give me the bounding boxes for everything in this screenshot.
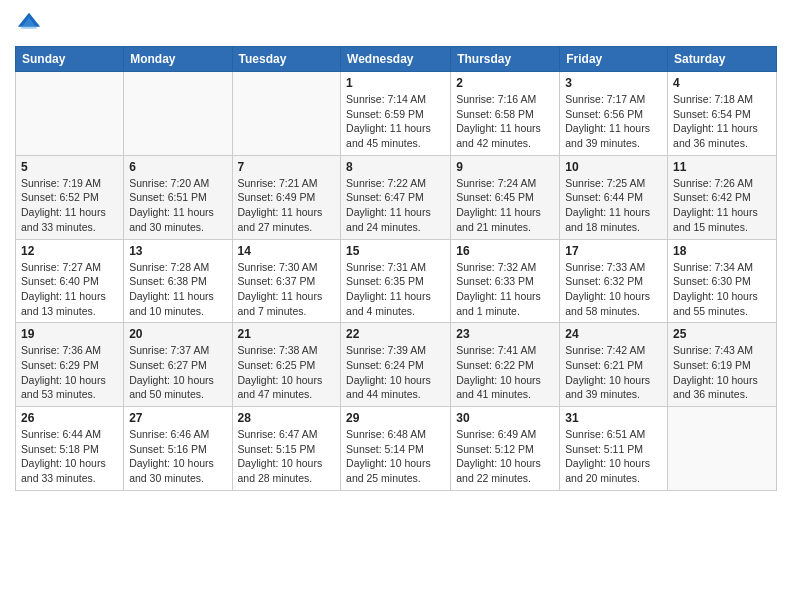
day-number: 22	[346, 327, 445, 341]
calendar-header-friday: Friday	[560, 47, 668, 72]
calendar-cell: 8Sunrise: 7:22 AMSunset: 6:47 PMDaylight…	[341, 155, 451, 239]
day-number: 14	[238, 244, 336, 258]
day-info: Sunrise: 6:47 AMSunset: 5:15 PMDaylight:…	[238, 427, 336, 486]
day-info: Sunrise: 7:42 AMSunset: 6:21 PMDaylight:…	[565, 343, 662, 402]
day-number: 2	[456, 76, 554, 90]
calendar-cell: 13Sunrise: 7:28 AMSunset: 6:38 PMDayligh…	[124, 239, 232, 323]
calendar-cell: 18Sunrise: 7:34 AMSunset: 6:30 PMDayligh…	[668, 239, 777, 323]
day-number: 27	[129, 411, 226, 425]
calendar-cell: 19Sunrise: 7:36 AMSunset: 6:29 PMDayligh…	[16, 323, 124, 407]
day-number: 13	[129, 244, 226, 258]
day-info: Sunrise: 7:20 AMSunset: 6:51 PMDaylight:…	[129, 176, 226, 235]
day-number: 19	[21, 327, 118, 341]
day-info: Sunrise: 7:37 AMSunset: 6:27 PMDaylight:…	[129, 343, 226, 402]
calendar-cell: 21Sunrise: 7:38 AMSunset: 6:25 PMDayligh…	[232, 323, 341, 407]
calendar-cell: 24Sunrise: 7:42 AMSunset: 6:21 PMDayligh…	[560, 323, 668, 407]
day-info: Sunrise: 7:22 AMSunset: 6:47 PMDaylight:…	[346, 176, 445, 235]
calendar-cell: 30Sunrise: 6:49 AMSunset: 5:12 PMDayligh…	[451, 407, 560, 491]
calendar-cell: 26Sunrise: 6:44 AMSunset: 5:18 PMDayligh…	[16, 407, 124, 491]
day-number: 28	[238, 411, 336, 425]
calendar-week-3: 12Sunrise: 7:27 AMSunset: 6:40 PMDayligh…	[16, 239, 777, 323]
day-info: Sunrise: 6:46 AMSunset: 5:16 PMDaylight:…	[129, 427, 226, 486]
day-info: Sunrise: 7:19 AMSunset: 6:52 PMDaylight:…	[21, 176, 118, 235]
calendar-cell: 20Sunrise: 7:37 AMSunset: 6:27 PMDayligh…	[124, 323, 232, 407]
day-number: 30	[456, 411, 554, 425]
day-number: 29	[346, 411, 445, 425]
calendar-cell: 17Sunrise: 7:33 AMSunset: 6:32 PMDayligh…	[560, 239, 668, 323]
calendar-week-5: 26Sunrise: 6:44 AMSunset: 5:18 PMDayligh…	[16, 407, 777, 491]
calendar-cell: 14Sunrise: 7:30 AMSunset: 6:37 PMDayligh…	[232, 239, 341, 323]
day-info: Sunrise: 7:36 AMSunset: 6:29 PMDaylight:…	[21, 343, 118, 402]
day-info: Sunrise: 7:34 AMSunset: 6:30 PMDaylight:…	[673, 260, 771, 319]
day-info: Sunrise: 7:30 AMSunset: 6:37 PMDaylight:…	[238, 260, 336, 319]
calendar-header-row: SundayMondayTuesdayWednesdayThursdayFrid…	[16, 47, 777, 72]
calendar-cell: 27Sunrise: 6:46 AMSunset: 5:16 PMDayligh…	[124, 407, 232, 491]
day-info: Sunrise: 7:25 AMSunset: 6:44 PMDaylight:…	[565, 176, 662, 235]
day-info: Sunrise: 6:44 AMSunset: 5:18 PMDaylight:…	[21, 427, 118, 486]
calendar-cell: 12Sunrise: 7:27 AMSunset: 6:40 PMDayligh…	[16, 239, 124, 323]
calendar-cell: 25Sunrise: 7:43 AMSunset: 6:19 PMDayligh…	[668, 323, 777, 407]
calendar-cell: 29Sunrise: 6:48 AMSunset: 5:14 PMDayligh…	[341, 407, 451, 491]
day-number: 26	[21, 411, 118, 425]
calendar-cell: 9Sunrise: 7:24 AMSunset: 6:45 PMDaylight…	[451, 155, 560, 239]
calendar-cell: 4Sunrise: 7:18 AMSunset: 6:54 PMDaylight…	[668, 72, 777, 156]
day-number: 17	[565, 244, 662, 258]
calendar-cell: 3Sunrise: 7:17 AMSunset: 6:56 PMDaylight…	[560, 72, 668, 156]
day-info: Sunrise: 7:41 AMSunset: 6:22 PMDaylight:…	[456, 343, 554, 402]
calendar-cell: 23Sunrise: 7:41 AMSunset: 6:22 PMDayligh…	[451, 323, 560, 407]
calendar-cell: 22Sunrise: 7:39 AMSunset: 6:24 PMDayligh…	[341, 323, 451, 407]
day-info: Sunrise: 7:16 AMSunset: 6:58 PMDaylight:…	[456, 92, 554, 151]
day-number: 20	[129, 327, 226, 341]
day-info: Sunrise: 7:43 AMSunset: 6:19 PMDaylight:…	[673, 343, 771, 402]
calendar-cell	[16, 72, 124, 156]
page: SundayMondayTuesdayWednesdayThursdayFrid…	[0, 0, 792, 612]
day-info: Sunrise: 7:33 AMSunset: 6:32 PMDaylight:…	[565, 260, 662, 319]
day-number: 12	[21, 244, 118, 258]
day-number: 31	[565, 411, 662, 425]
day-info: Sunrise: 7:32 AMSunset: 6:33 PMDaylight:…	[456, 260, 554, 319]
day-number: 4	[673, 76, 771, 90]
calendar-header-tuesday: Tuesday	[232, 47, 341, 72]
calendar-week-2: 5Sunrise: 7:19 AMSunset: 6:52 PMDaylight…	[16, 155, 777, 239]
calendar-cell	[124, 72, 232, 156]
calendar-week-4: 19Sunrise: 7:36 AMSunset: 6:29 PMDayligh…	[16, 323, 777, 407]
calendar-cell: 31Sunrise: 6:51 AMSunset: 5:11 PMDayligh…	[560, 407, 668, 491]
day-info: Sunrise: 7:14 AMSunset: 6:59 PMDaylight:…	[346, 92, 445, 151]
calendar-cell: 1Sunrise: 7:14 AMSunset: 6:59 PMDaylight…	[341, 72, 451, 156]
day-info: Sunrise: 7:18 AMSunset: 6:54 PMDaylight:…	[673, 92, 771, 151]
calendar-cell: 10Sunrise: 7:25 AMSunset: 6:44 PMDayligh…	[560, 155, 668, 239]
calendar-header-thursday: Thursday	[451, 47, 560, 72]
calendar-cell: 11Sunrise: 7:26 AMSunset: 6:42 PMDayligh…	[668, 155, 777, 239]
day-info: Sunrise: 7:26 AMSunset: 6:42 PMDaylight:…	[673, 176, 771, 235]
day-number: 10	[565, 160, 662, 174]
day-number: 11	[673, 160, 771, 174]
calendar-cell: 16Sunrise: 7:32 AMSunset: 6:33 PMDayligh…	[451, 239, 560, 323]
day-info: Sunrise: 7:39 AMSunset: 6:24 PMDaylight:…	[346, 343, 445, 402]
day-number: 9	[456, 160, 554, 174]
day-info: Sunrise: 6:48 AMSunset: 5:14 PMDaylight:…	[346, 427, 445, 486]
calendar-cell	[232, 72, 341, 156]
calendar-header-saturday: Saturday	[668, 47, 777, 72]
day-info: Sunrise: 6:51 AMSunset: 5:11 PMDaylight:…	[565, 427, 662, 486]
header	[15, 10, 777, 38]
day-number: 7	[238, 160, 336, 174]
calendar-cell: 6Sunrise: 7:20 AMSunset: 6:51 PMDaylight…	[124, 155, 232, 239]
calendar-week-1: 1Sunrise: 7:14 AMSunset: 6:59 PMDaylight…	[16, 72, 777, 156]
day-number: 5	[21, 160, 118, 174]
day-number: 1	[346, 76, 445, 90]
day-number: 6	[129, 160, 226, 174]
calendar-cell: 2Sunrise: 7:16 AMSunset: 6:58 PMDaylight…	[451, 72, 560, 156]
day-info: Sunrise: 7:38 AMSunset: 6:25 PMDaylight:…	[238, 343, 336, 402]
day-number: 15	[346, 244, 445, 258]
calendar-table: SundayMondayTuesdayWednesdayThursdayFrid…	[15, 46, 777, 491]
logo-icon	[15, 10, 43, 38]
day-info: Sunrise: 7:17 AMSunset: 6:56 PMDaylight:…	[565, 92, 662, 151]
day-number: 3	[565, 76, 662, 90]
calendar-cell: 7Sunrise: 7:21 AMSunset: 6:49 PMDaylight…	[232, 155, 341, 239]
day-info: Sunrise: 7:31 AMSunset: 6:35 PMDaylight:…	[346, 260, 445, 319]
day-info: Sunrise: 7:27 AMSunset: 6:40 PMDaylight:…	[21, 260, 118, 319]
day-number: 23	[456, 327, 554, 341]
day-info: Sunrise: 6:49 AMSunset: 5:12 PMDaylight:…	[456, 427, 554, 486]
logo	[15, 10, 47, 38]
day-number: 18	[673, 244, 771, 258]
